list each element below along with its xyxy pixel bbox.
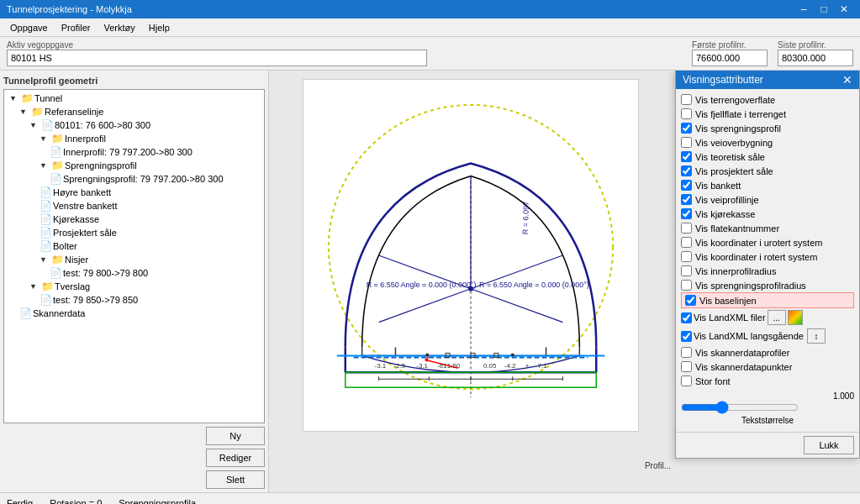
check-row-veiprofil: Vis veiprofillinje <box>681 192 854 207</box>
check-label-storfont[interactable]: Stor font <box>695 376 731 386</box>
profile-label: Profil... <box>645 461 671 470</box>
text-size-slider[interactable] <box>681 401 799 414</box>
svg-text:R = 6.550  Angle = 0.000 (0.00: R = 6.550 Angle = 0.000 (0.000°) <box>479 281 589 289</box>
delete-button[interactable]: Slett <box>206 470 265 489</box>
tree-item-test2[interactable]: 📄 test: 79 850->79 850 <box>6 293 262 307</box>
active-task-input[interactable] <box>7 50 427 66</box>
checkbox-skannerdata[interactable] <box>681 347 692 358</box>
checkbox-terreng[interactable] <box>681 94 692 105</box>
landxml-dots-button[interactable]: ... <box>768 310 786 325</box>
checkbox-flatekan[interactable] <box>681 223 692 234</box>
check-label-veioverbyg[interactable]: Vis veioverbygning <box>695 138 773 148</box>
check-label-spreng[interactable]: Vis sprengningsprofil <box>695 123 781 134</box>
dialog-close-button[interactable]: ✕ <box>842 74 852 86</box>
expand-icon: ▼ <box>40 134 51 143</box>
checkbox-veioverbyg[interactable] <box>681 137 692 148</box>
check-label-terreng[interactable]: Vis terrengoverflate <box>695 95 775 105</box>
tree-label: Sprengningsprofil: 79 797.200->80 300 <box>63 174 224 184</box>
tree-label: Bolter <box>53 241 77 251</box>
tree-item-spreng-detail[interactable]: 📄 Sprengningsprofil: 79 797.200->80 300 <box>6 172 262 186</box>
tree-item-innerprofil-detail[interactable]: 📄 Innerprofil: 79 797.200->80 300 <box>6 145 262 159</box>
checkbox-baseline[interactable] <box>685 295 696 306</box>
tree-item-skannerdata[interactable]: 📄 Skannerdata <box>6 307 262 320</box>
checkbox-teosale[interactable] <box>681 151 692 162</box>
tree-item-kjore[interactable]: 📄 Kjørekasse <box>6 213 262 226</box>
check-label-koordrot[interactable]: Vis koordinater i rotert system <box>695 252 817 262</box>
checkbox-veiprofil[interactable] <box>681 194 692 205</box>
menu-verktoy[interactable]: Verktøy <box>98 21 142 34</box>
dialog-footer: Lukk <box>676 432 859 458</box>
checkbox-koordur[interactable] <box>681 237 692 248</box>
landxmllang-btn[interactable]: ↕ <box>807 328 826 344</box>
svg-text:0.05: 0.05 <box>483 362 497 370</box>
check-label-flatekan[interactable]: Vis flatekantnummer <box>695 223 779 234</box>
checkbox-landxmllang[interactable] <box>681 331 692 342</box>
tree-item-bolter[interactable]: 📄 Bolter <box>6 239 262 253</box>
minimize-button[interactable]: – <box>794 2 813 17</box>
item-icon: 📄 <box>50 146 63 158</box>
last-profile-input[interactable] <box>778 50 853 66</box>
checkbox-landxml[interactable] <box>681 312 692 323</box>
tree-item-nisjer[interactable]: ▼ 📁 Nisjer <box>6 253 262 266</box>
checkbox-spreng[interactable] <box>681 123 692 134</box>
checkbox-koordrot[interactable] <box>681 251 692 262</box>
tree-item-tverslag[interactable]: ▼ 📁 Tverslag <box>6 280 262 293</box>
checkbox-innerrad[interactable] <box>681 265 692 276</box>
check-label-innerrad[interactable]: Vis innerprofilradius <box>695 266 776 276</box>
expand-icon: ▼ <box>9 94 21 102</box>
dialog-close-footer-button[interactable]: Lukk <box>804 436 854 454</box>
tree-item-spreng[interactable]: ▼ 📁 Sprengningsprofil <box>6 159 262 172</box>
menu-oppgave[interactable]: Oppgave <box>3 21 55 34</box>
checkbox-bankett[interactable] <box>681 180 692 191</box>
maximize-button[interactable]: □ <box>815 2 833 17</box>
menu-hjelp[interactable]: Hjelp <box>142 21 177 34</box>
check-label-kjore[interactable]: Vis kjørekasse <box>695 209 755 219</box>
checkbox-sprengrand[interactable] <box>681 280 692 291</box>
tree-label: Nisjer <box>65 255 88 265</box>
menu-profiler[interactable]: Profiler <box>55 21 98 34</box>
tree-item-80101[interactable]: ▼ 📄 80101: 76 600->80 300 <box>6 118 262 132</box>
check-label-landxml[interactable]: Vis LandXML filer <box>694 312 766 323</box>
tree-item-prosjsale[interactable]: 📄 Prosjektert såle <box>6 226 262 239</box>
tree-item-tunnel[interactable]: ▼ 📁 Tunnel <box>6 92 262 105</box>
new-button[interactable]: Ny <box>206 427 265 445</box>
check-label-sprengrand[interactable]: Vis sprengningsprofilradius <box>695 281 806 291</box>
check-label-skannerpunkt[interactable]: Vis skannerdatapunkter <box>695 362 792 372</box>
check-row-landxml: Vis LandXML filer ... <box>681 308 854 327</box>
canvas-area: R = 6.550 Angle = 0.000 (0.000°) R = 6.5… <box>269 71 860 492</box>
expand-icon: ▼ <box>29 121 41 129</box>
check-label-koordur[interactable]: Vis koordinater i urotert system <box>695 238 822 248</box>
check-label-baseline[interactable]: Vis baselinjen <box>699 296 757 306</box>
check-row-landxmllang: Vis LandXML langsgående ↕ <box>681 327 854 345</box>
checkbox-fjell[interactable] <box>681 108 692 119</box>
first-profile-input[interactable] <box>692 50 768 66</box>
tree-label: Kjørekasse <box>53 214 99 224</box>
check-label-teosale[interactable]: Vis teoretisk såle <box>695 152 765 162</box>
landxml-color-swatch[interactable] <box>788 310 803 325</box>
check-label-fjell[interactable]: Vis fjellflate i terrenget <box>695 109 786 119</box>
tree-item-referanse[interactable]: ▼ 📁 Referanselinje <box>6 105 262 118</box>
item-icon: 📄 <box>40 294 53 306</box>
check-label-skannerdata[interactable]: Vis skannerdataprofiler <box>695 348 789 358</box>
check-label-veiprofil[interactable]: Vis veiprofillinje <box>695 195 759 205</box>
tree-item-vbankett[interactable]: 📄 Venstre bankett <box>6 199 262 213</box>
tree-item-innerprofil[interactable]: ▼ 📁 Innerprofil <box>6 132 262 145</box>
check-label-landxmllang[interactable]: Vis LandXML langsgående <box>694 331 804 341</box>
tree-label: Innerprofil <box>65 134 106 144</box>
edit-button[interactable]: Rediger <box>206 449 265 467</box>
item-icon: 📄 <box>19 307 33 319</box>
checkbox-storfont[interactable] <box>681 375 692 386</box>
tree-item-hbankett[interactable]: 📄 Høyre bankett <box>6 186 262 199</box>
checkbox-kjore[interactable] <box>681 208 692 219</box>
check-row-innerrad: Vis innerprofilradius <box>681 264 854 278</box>
tree-item-test1[interactable]: 📄 test: 79 800->79 800 <box>6 266 262 280</box>
item-icon: 📄 <box>50 173 63 185</box>
checkbox-skannerpunkt[interactable] <box>681 361 692 372</box>
title-bar: Tunnelprosjektering - Molykkja – □ ✕ <box>0 0 860 18</box>
window-close-button[interactable]: ✕ <box>835 2 853 17</box>
tree-container[interactable]: ▼ 📁 Tunnel ▼ 📁 Referanselinje ▼ 📄 80101:… <box>3 89 265 423</box>
check-label-prosjsale[interactable]: Vis prosjektert såle <box>695 166 773 176</box>
check-row-koordrot: Vis koordinater i rotert system <box>681 249 854 264</box>
checkbox-prosjsale[interactable] <box>681 165 692 176</box>
check-label-bankett[interactable]: Vis bankett <box>695 181 741 191</box>
